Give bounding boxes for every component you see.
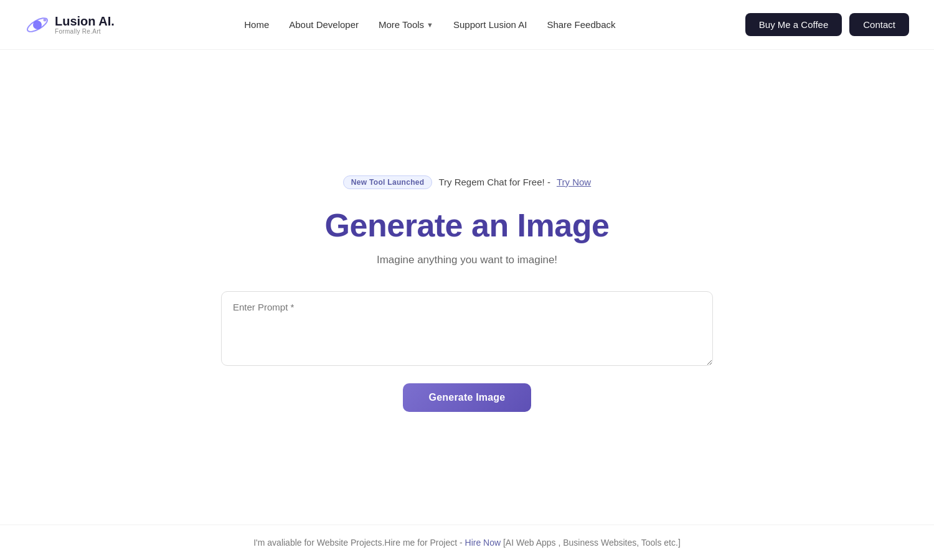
nav-share-feedback[interactable]: Share Feedback [547,19,615,30]
announcement-bar: New Tool Launched Try Regem Chat for Fre… [343,175,591,189]
logo-subtitle: Formally Re.Art [55,28,115,35]
page-subtitle: Imagine anything you want to imagine! [377,254,557,266]
navigation: Lusion AI. Formally Re.Art Home About De… [0,0,934,50]
logo-title: Lusion AI. [55,14,115,28]
announcement-text: Try Regem Chat for Free! - [438,177,550,187]
logo-link[interactable]: Lusion AI. Formally Re.Art [25,12,115,37]
nav-about-developer[interactable]: About Developer [289,19,359,30]
logo-text: Lusion AI. Formally Re.Art [55,14,115,35]
nav-home[interactable]: Home [244,19,269,30]
nav-links: Home About Developer More Tools ▼ Suppor… [244,19,615,30]
footer-text-before: I'm avaliable for Website Projects.Hire … [253,538,462,548]
footer-text-after: [AI Web Apps , Business Websites, Tools … [503,538,681,548]
prompt-input[interactable] [221,291,713,366]
page-title: Generate an Image [325,207,610,244]
nav-more-tools[interactable]: More Tools ▼ [379,19,433,30]
nav-support[interactable]: Support Lusion AI [453,19,527,30]
buy-coffee-button[interactable]: Buy Me a Coffee [745,13,842,36]
svg-point-2 [44,18,47,21]
generate-image-button[interactable]: Generate Image [403,383,532,412]
chevron-down-icon: ▼ [427,21,433,29]
hire-now-link[interactable]: Hire Now [465,538,501,548]
try-now-link[interactable]: Try Now [557,177,591,187]
new-tool-badge: New Tool Launched [343,175,433,189]
logo-icon [25,12,50,37]
contact-button[interactable]: Contact [849,13,909,36]
main-content: New Tool Launched Try Regem Chat for Fre… [0,50,934,525]
footer: I'm avaliable for Website Projects.Hire … [0,525,934,560]
nav-actions: Buy Me a Coffee Contact [745,13,909,36]
